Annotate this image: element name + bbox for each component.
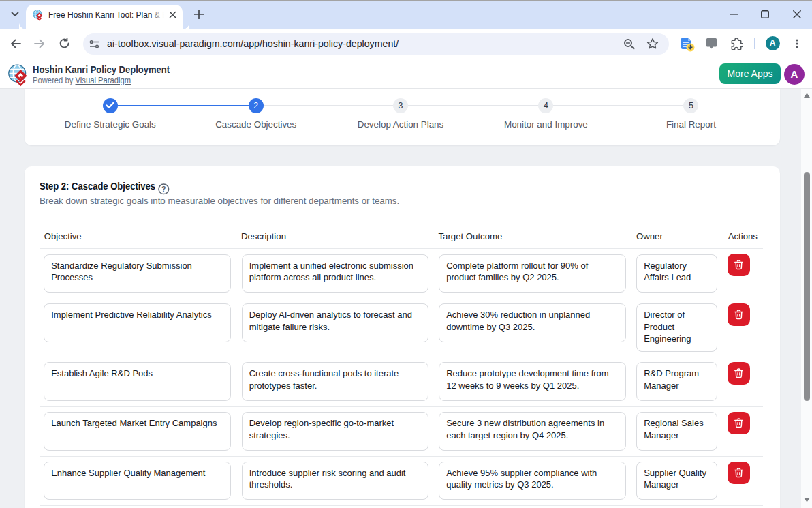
svg-text:?: ?	[161, 185, 166, 193]
